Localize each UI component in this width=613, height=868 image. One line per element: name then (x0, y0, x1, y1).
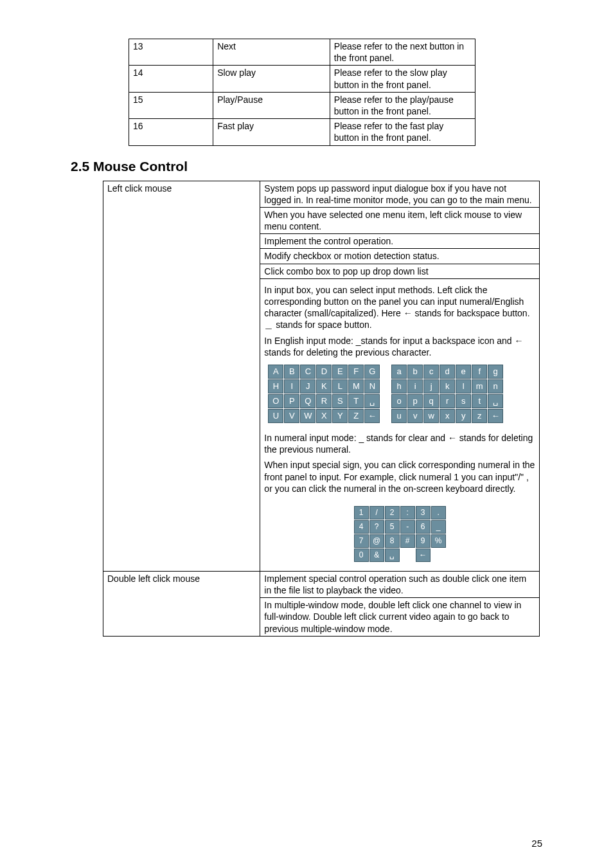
text-input-intro-1: In input box, you can select input metho… (264, 284, 535, 331)
key-␣: ␣ (488, 394, 503, 408)
key-v: v (407, 409, 423, 423)
cell-double-label: Double left click mouse (103, 571, 260, 636)
numkey-7: 7 (354, 534, 369, 548)
text-num-intro: In numeral input mode: _ stands for clea… (264, 432, 535, 455)
table-cell: Please refer to the play/pause button in… (330, 92, 475, 118)
numkey-3: 3 (416, 506, 431, 520)
key-O: O (268, 394, 283, 408)
table-cell: 14 (129, 66, 213, 92)
keyboard-lower: abcdefghijklmnopqrst␣uvwxyz← (391, 365, 503, 423)
key-g: g (488, 365, 503, 379)
text-input-intro-2: In English input mode: _stands for input… (264, 335, 535, 358)
table-cell: Fast play (213, 119, 330, 145)
numkey-9: 9 (416, 534, 431, 548)
keyboard-wrap: ABCDEFGHIJKLMNOPQRST␣UVWXYZ← abcdefghijk… (264, 362, 535, 426)
key-←: ← (364, 409, 380, 423)
key-G: G (364, 365, 380, 379)
table-cell: Play/Pause (213, 92, 330, 118)
cell-lc-1: When you have selected one menu item, le… (260, 207, 540, 233)
numkey--: - (400, 520, 415, 534)
page: 13NextPlease refer to the next button in… (0, 0, 613, 868)
key-r: r (440, 394, 455, 408)
key-s: s (456, 394, 471, 408)
key-C: C (300, 365, 315, 379)
key-Q: Q (300, 394, 315, 408)
keyboard-upper: ABCDEFGHIJKLMNOPQRST␣UVWXYZ← (268, 365, 380, 423)
numkey-#: # (400, 534, 415, 548)
key-j: j (423, 379, 439, 393)
key-←: ← (488, 409, 503, 423)
numkey-@: @ (369, 534, 384, 548)
table-row: 15Play/PausePlease refer to the play/pau… (129, 92, 475, 118)
table-cell: 13 (129, 39, 213, 66)
table-row: 14Slow playPlease refer to the slow play… (129, 66, 475, 92)
key-K: K (316, 379, 332, 393)
key-o: o (391, 394, 407, 408)
remote-table-continued: 13NextPlease refer to the next button in… (129, 39, 475, 146)
key-q: q (423, 394, 439, 408)
cell-lc-4: Click combo box to pop up drop down list (260, 264, 540, 278)
page-number: 25 (531, 838, 542, 849)
key-e: e (456, 365, 471, 379)
numkey-␣: ␣ (385, 548, 400, 562)
key-Z: Z (348, 409, 364, 423)
cell-lc-input-methods: In input box, you can select input metho… (260, 278, 540, 571)
key-u: u (391, 409, 407, 423)
key-U: U (268, 409, 283, 423)
key-f: f (472, 365, 487, 379)
key-x: x (440, 409, 455, 423)
table-cell: 16 (129, 119, 213, 145)
cell-lc-0: System pops up password input dialogue b… (260, 181, 540, 207)
key-J: J (300, 379, 315, 393)
numkey-_: _ (431, 520, 446, 534)
key-d: d (440, 365, 455, 379)
numkey-8: 8 (385, 534, 400, 548)
key-c: c (423, 365, 439, 379)
numpad-wrap: 1/2:3.4?5-6_7@8#9%0&␣← (264, 498, 535, 570)
numkey-4: 4 (354, 520, 369, 534)
cell-dbl-0: Implement special control operation such… (260, 571, 540, 597)
key-a: a (391, 365, 407, 379)
table-cell: Please refer to the next button in the f… (330, 39, 475, 66)
table-cell: Please refer to the fast play button in … (330, 119, 475, 145)
key-M: M (348, 379, 364, 393)
key-z: z (472, 409, 487, 423)
table-row: 16Fast playPlease refer to the fast play… (129, 119, 475, 145)
numkey-1: 1 (354, 506, 369, 520)
key-B: B (284, 365, 299, 379)
numkey-/: / (369, 506, 384, 520)
key-y: y (456, 409, 471, 423)
table-cell: Slow play (213, 66, 330, 92)
key-E: E (332, 365, 348, 379)
text-special-intro: When input special sign, you can click c… (264, 459, 535, 494)
numkey-6: 6 (416, 520, 431, 534)
key-V: V (284, 409, 299, 423)
key-m: m (472, 379, 487, 393)
table-cell: Please refer to the slow play button in … (330, 66, 475, 92)
key-l: l (456, 379, 471, 393)
numkey-←: ← (416, 548, 431, 562)
cell-dbl-1: In multiple-window mode, double left cli… (260, 598, 540, 637)
key-L: L (332, 379, 348, 393)
key-R: R (316, 394, 332, 408)
key-T: T (348, 394, 364, 408)
key-H: H (268, 379, 283, 393)
key-w: w (423, 409, 439, 423)
key-A: A (268, 365, 283, 379)
key-W: W (300, 409, 315, 423)
key-Y: Y (332, 409, 348, 423)
key-I: I (284, 379, 299, 393)
key-P: P (284, 394, 299, 408)
numkey-&: & (369, 548, 384, 562)
numkey-%: % (431, 534, 446, 548)
cell-left-click-label: Left click mouse (103, 181, 260, 571)
table-row: 13NextPlease refer to the next button in… (129, 39, 475, 66)
key-n: n (488, 379, 503, 393)
cell-lc-2: Implement the control operation. (260, 234, 540, 249)
key-p: p (407, 394, 423, 408)
key-F: F (348, 365, 364, 379)
key-N: N (364, 379, 380, 393)
numkey-?: ? (369, 520, 384, 534)
numkey-0: 0 (354, 548, 369, 562)
table-cell: 15 (129, 92, 213, 118)
